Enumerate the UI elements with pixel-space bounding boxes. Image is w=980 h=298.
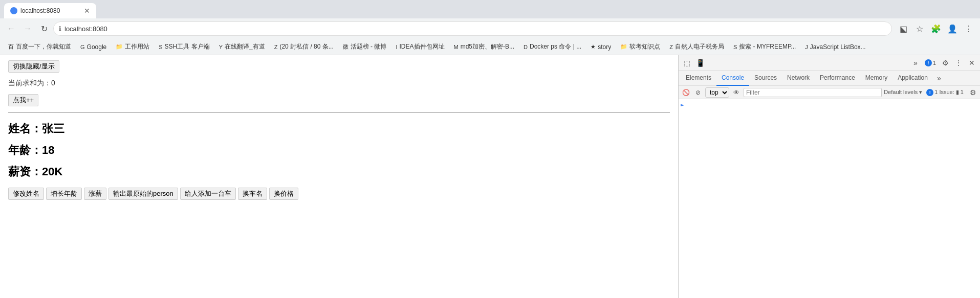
bookmark-button[interactable]: ☆	[912, 21, 927, 36]
toggle-btn-row: 切换隐藏/显示	[8, 60, 670, 73]
bookmark-jslistbox[interactable]: J JavaScript ListBox...	[801, 42, 869, 52]
bookmark-label: (20 封私信 / 80 条...	[279, 42, 333, 51]
tab-favicon	[10, 7, 17, 14]
bookmark-ssh[interactable]: S SSH工具 客户端	[155, 41, 213, 53]
name-value: 张三	[42, 122, 64, 135]
tab-performance[interactable]: Performance	[815, 71, 860, 86]
devtools-device-button[interactable]: 📱	[694, 57, 706, 69]
devtools-settings-button[interactable]: ⚙	[939, 57, 951, 69]
cast-button[interactable]: ⬕	[896, 21, 910, 36]
bookmark-icon: J	[805, 44, 808, 50]
devtools-more-tabs-button[interactable]: »	[909, 57, 922, 69]
bookmark-idea[interactable]: I IDEA插件包网址	[391, 41, 448, 53]
url-bar[interactable]: ℹ localhost:8080	[53, 21, 892, 36]
tab-sources[interactable]: Sources	[749, 71, 782, 86]
extensions-button[interactable]: 🧩	[929, 21, 943, 36]
bookmark-google[interactable]: G Google	[76, 42, 111, 52]
security-icon: ℹ	[59, 25, 61, 32]
console-context-select[interactable]: top	[705, 87, 729, 98]
bookmark-docker[interactable]: D Docker ps 命令 | ...	[519, 41, 585, 53]
bookmark-ruankao[interactable]: 📁 软考知识点	[616, 41, 664, 53]
bookmark-icon: S	[159, 44, 162, 50]
bookmark-icon: Y	[219, 44, 223, 50]
profile-button[interactable]: 👤	[945, 21, 960, 36]
bookmark-label: 百度一下，你就知道	[16, 42, 71, 51]
devtools-tabs-more-button[interactable]: »	[933, 72, 945, 84]
bookmark-zhihu[interactable]: Z (20 封私信 / 80 条...	[270, 41, 338, 53]
console-clear-button[interactable]: 🚫	[681, 87, 691, 98]
devtools-close-button[interactable]: ✕	[966, 57, 978, 69]
more-button[interactable]: ⋮	[962, 21, 976, 36]
back-button[interactable]: ←	[4, 21, 18, 36]
bookmark-icon: 📁	[116, 43, 123, 50]
devtools-top-right: » ! 1 ⚙ ⋮ ✕	[909, 57, 978, 69]
bookmark-weibo[interactable]: 微 活题榜 - 微博	[339, 41, 391, 53]
tab-console[interactable]: Console	[716, 71, 749, 86]
bookmark-icon: ★	[591, 43, 596, 50]
bookmark-baidu[interactable]: 百 百度一下，你就知道	[4, 41, 75, 53]
console-eye-button[interactable]: 👁	[731, 87, 742, 98]
console-arrow: ►	[681, 101, 684, 108]
bookmark-icon: I	[396, 44, 397, 50]
bookmark-story[interactable]: ★ story	[586, 42, 615, 52]
bookmark-label: 自然人电子税务局	[675, 42, 724, 51]
console-issue-label: 1 Issue: ▮ 1	[934, 89, 964, 96]
console-issue-badge: ! 1 Issue: ▮ 1	[924, 89, 966, 96]
change-car-name-button[interactable]: 换车名	[238, 188, 267, 200]
bookmark-label: Docker ps 命令 | ...	[530, 42, 581, 51]
browser-window: localhost:8080 ✕ ← → ↻ ℹ localhost:8080 …	[0, 0, 980, 298]
bookmark-icon: Z	[274, 44, 278, 50]
browser-tab[interactable]: localhost:8080 ✕	[4, 3, 96, 18]
modify-name-button[interactable]: 修改姓名	[8, 188, 44, 200]
devtools-toolbar: ⬚ 📱 » ! 1 ⚙ ⋮ ✕	[679, 55, 980, 71]
log-levels-label[interactable]: Default levels ▾	[884, 89, 922, 96]
raise-salary-button[interactable]: 涨薪	[84, 188, 106, 200]
sum-display: 当前求和为：0	[8, 79, 670, 88]
toggle-visibility-button[interactable]: 切换隐藏/显示	[8, 60, 59, 73]
increment-button[interactable]: 点我++	[8, 94, 38, 106]
bookmark-tax[interactable]: Z 自然人电子税务局	[665, 41, 728, 53]
console-body: ►	[679, 99, 980, 298]
add-car-button[interactable]: 给人添加一台车	[180, 188, 236, 200]
devtools-inspect-button[interactable]: ⬚	[681, 57, 693, 69]
divider	[8, 112, 670, 113]
bookmark-myfreemp[interactable]: S 搜索 - MYFREEMP...	[729, 41, 800, 53]
devtools-more-button[interactable]: ⋮	[952, 57, 965, 69]
bookmark-label: story	[598, 43, 611, 51]
salary-label: 薪资：	[8, 165, 42, 178]
page-content: 切换隐藏/显示 当前求和为：0 点我++ 姓名：张三 年龄：18 薪资：20K …	[0, 55, 678, 298]
tab-network[interactable]: Network	[782, 71, 815, 86]
console-filter-button[interactable]: ⊘	[693, 87, 703, 98]
bookmark-label: md5加密、解密-B...	[461, 42, 514, 51]
tab-elements[interactable]: Elements	[681, 71, 716, 86]
bookmark-icon: D	[524, 44, 528, 50]
person-age: 年龄：18	[8, 143, 670, 158]
name-label: 姓名：	[8, 122, 42, 135]
increment-btn-row: 点我++	[8, 94, 670, 106]
tab-memory[interactable]: Memory	[860, 71, 892, 86]
change-price-button[interactable]: 换价格	[269, 188, 298, 200]
increase-age-button[interactable]: 增长年龄	[46, 188, 82, 200]
bookmark-youdao[interactable]: Y 在线翻译_有道	[215, 41, 269, 53]
bookmark-work[interactable]: 📁 工作用站	[112, 41, 154, 53]
bookmarks-bar: 百 百度一下，你就知道 G Google 📁 工作用站 S SSH工具 客户端 …	[0, 39, 980, 55]
browser-toolbar-icons: ⬕ ☆ 🧩 👤 ⋮	[896, 21, 976, 36]
bookmark-md5[interactable]: M md5加密、解密-B...	[450, 41, 519, 53]
bookmark-label: 软考知识点	[629, 42, 660, 51]
bookmark-label: JavaScript ListBox...	[810, 43, 866, 51]
sum-label: 当前求和为：	[8, 79, 51, 87]
forward-button[interactable]: →	[20, 21, 35, 36]
reload-button[interactable]: ↻	[37, 21, 51, 36]
console-filter-input[interactable]	[744, 88, 882, 97]
main-area: 切换隐藏/显示 当前求和为：0 点我++ 姓名：张三 年龄：18 薪资：20K …	[0, 55, 980, 298]
console-settings-button[interactable]: ⚙	[968, 87, 978, 98]
issue-badge: ! 1	[923, 59, 938, 66]
bookmark-icon: 微	[343, 43, 349, 51]
bookmark-icon: S	[733, 44, 737, 50]
tab-title: localhost:8080	[20, 7, 81, 14]
console-issue-icon: !	[926, 89, 933, 96]
tab-application[interactable]: Application	[892, 71, 933, 86]
tab-close-button[interactable]: ✕	[84, 7, 90, 15]
person-name: 姓名：张三	[8, 121, 670, 136]
output-person-button[interactable]: 输出最原始的person	[108, 188, 178, 200]
